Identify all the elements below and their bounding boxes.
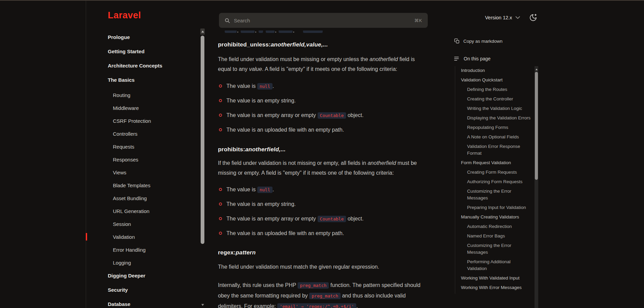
criteria-text: The value is null. <box>226 82 274 90</box>
toc-item-defining-the-routes[interactable]: Defining the Routes <box>455 86 531 93</box>
sidebar-item-architecture-concepts[interactable]: Architecture Concepts <box>108 61 193 70</box>
heading-italic-text: pattern <box>236 249 256 256</box>
toc-item-repopulating-forms[interactable]: Repopulating Forms <box>455 124 531 131</box>
sidebar-item-url-generation[interactable]: URL Generation <box>108 207 193 215</box>
toc-item-working-with-validated-input[interactable]: Working With Validated Input <box>455 275 525 282</box>
clipped-code-pill <box>266 31 275 33</box>
heading-italic-text: anotherfield,value,... <box>271 41 328 48</box>
sidebar-item-controllers[interactable]: Controllers <box>108 130 193 138</box>
toc-item-manually-creating-validators[interactable]: Manually Creating Validators <box>455 214 525 220</box>
sidebar-item-label: Routing <box>113 92 130 98</box>
clipped-code-row <box>218 31 427 33</box>
toc-item-customizing-the-error-messages[interactable]: Customizing the Error Messages <box>455 242 531 256</box>
sidebar-item-digging-deeper[interactable]: Digging Deeper <box>108 271 193 280</box>
sidebar-item-validation[interactable]: Validation <box>108 233 193 241</box>
copy-icon <box>454 38 460 44</box>
sidebar-item-csrf-protection[interactable]: CSRF Protection <box>108 117 193 125</box>
chevron-down-icon <box>516 16 520 19</box>
body-text: The field under validation must be missi… <box>218 56 369 62</box>
toc-item-validation-error-response-format[interactable]: Validation Error Response Format <box>455 143 531 157</box>
doc-paragraph: The field under validation must match th… <box>218 262 427 272</box>
theme-toggle-button[interactable] <box>528 13 538 23</box>
sidebar-item-label: Getting Started <box>108 49 144 54</box>
sidebar-scrollbar[interactable] <box>200 28 205 308</box>
table-of-contents: IntroductionValidation QuickstartDefinin… <box>455 66 534 294</box>
toc-item-validation-quickstart[interactable]: Validation Quickstart <box>455 77 525 83</box>
inline-code: preg_match <box>309 293 340 299</box>
body-text: If the field under validation is not mis… <box>218 160 368 166</box>
clipped-code-pill <box>303 31 323 33</box>
body-text: The value is an empty array or empty <box>226 216 318 222</box>
copy-as-markdown-button[interactable]: Copy as markdown <box>454 37 503 45</box>
toc-item-customizing-the-error-messages[interactable]: Customizing the Error Messages <box>455 188 531 201</box>
comma-dot <box>255 32 256 33</box>
sidebar-item-prologue[interactable]: Prologue <box>108 33 193 41</box>
toc-item-performing-additional-validation[interactable]: Performing Additional Validation <box>455 258 531 272</box>
toc-item-creating-the-controller[interactable]: Creating the Controller <box>455 96 531 102</box>
scroll-up-icon[interactable] <box>200 28 205 35</box>
sidebar-item-label: Responses <box>113 157 138 162</box>
toc-item-writing-the-validation-logic[interactable]: Writing the Validation Logic <box>455 105 531 112</box>
scroll-up-icon[interactable] <box>535 67 538 72</box>
criteria-item: The value is an uploaded file with an em… <box>218 126 427 134</box>
toc-item-displaying-the-validation-errors[interactable]: Displaying the Validation Errors <box>455 115 531 121</box>
sidebar-item-asset-bundling[interactable]: Asset Bundling <box>108 194 193 202</box>
criteria-item: The value is null. <box>218 82 427 91</box>
criteria-list: The value is null.The value is an empty … <box>218 186 427 244</box>
toc-item-authorizing-form-requests[interactable]: Authorizing Form Requests <box>455 178 531 185</box>
sidebar-item-label: Blade Templates <box>113 182 150 188</box>
criteria-item: The value is an uploaded file with an em… <box>218 230 427 238</box>
sidebar-item-blade-templates[interactable]: Blade Templates <box>108 181 193 189</box>
toc-item-a-note-on-optional-fields[interactable]: A Note on Optional Fields <box>455 134 531 140</box>
bullet-marker-icon <box>219 217 222 220</box>
sidebar-item-label: Asset Bundling <box>113 195 147 201</box>
criteria-item: The value is an empty array or empty Cou… <box>218 215 427 223</box>
sidebar-item-logging[interactable]: Logging <box>108 258 193 267</box>
sidebar-item-views[interactable]: Views <box>108 168 193 176</box>
body-text: The value is an empty string. <box>226 201 296 207</box>
toc-scrollbar-thumb[interactable] <box>535 72 538 180</box>
sidebar-item-the-basics[interactable]: The Basics <box>108 76 193 84</box>
body-text: . A field is "empty" if it meets one of … <box>262 66 397 72</box>
toc-item-form-request-validation[interactable]: Form Request Validation <box>455 159 525 166</box>
inline-code: Countable <box>318 216 346 222</box>
laravel-logo: Laravel <box>108 10 141 21</box>
sidebar-item-label: CSRF Protection <box>113 118 151 124</box>
sidebar-item-routing[interactable]: Routing <box>108 91 193 99</box>
sidebar-item-error-handling[interactable]: Error Handling <box>108 246 193 254</box>
sidebar-item-getting-started[interactable]: Getting Started <box>108 47 193 55</box>
heading-italic-text: anotherfield,... <box>245 146 285 153</box>
criteria-text: The value is an empty array or empty Cou… <box>226 112 364 119</box>
sidebar-item-label: Prologue <box>108 34 130 40</box>
version-label: Version 12.x <box>485 15 512 20</box>
sidebar-item-label: Security <box>108 287 128 293</box>
sidebar-scrollbar-thumb[interactable] <box>201 36 204 244</box>
sidebar-item-database[interactable]: Database <box>108 300 193 308</box>
scroll-down-icon[interactable] <box>200 302 205 308</box>
clipped-code-pill <box>259 31 263 33</box>
sidebar-item-session[interactable]: Session <box>108 220 193 228</box>
toc-item-creating-form-requests[interactable]: Creating Form Requests <box>455 169 531 176</box>
version-switcher[interactable]: Version 12.x <box>485 14 520 22</box>
sidebar-item-label: The Basics <box>108 77 135 83</box>
inline-code: preg_match <box>298 282 329 289</box>
inline-code: 'email' ⇒ 'regex:/^.+@.+$/i' <box>277 303 356 308</box>
sidebar-item-security[interactable]: Security <box>108 286 193 294</box>
toc-item-working-with-error-messages[interactable]: Working With Error Messages <box>455 284 525 291</box>
toc-item-named-error-bags[interactable]: Named Error Bags <box>455 233 531 239</box>
toc-list: IntroductionValidation QuickstartDefinin… <box>455 67 534 291</box>
sidebar-item-middleware[interactable]: Middleware <box>108 104 193 112</box>
sidebar-item-responses[interactable]: Responses <box>108 155 193 163</box>
sidebar-item-requests[interactable]: Requests <box>108 142 193 151</box>
toc-item-automatic-redirection[interactable]: Automatic Redirection <box>455 223 531 230</box>
criteria-text: The value is an empty string. <box>226 200 296 208</box>
sidebar-item-label: Validation <box>113 234 135 240</box>
bullet-marker-icon <box>219 188 222 191</box>
sidebar-item-label: Views <box>113 170 126 175</box>
toc-item-preparing-input-for-validation[interactable]: Preparing Input for Validation <box>455 204 531 211</box>
sidebar-item-label: Session <box>113 221 131 227</box>
toc-scrollbar[interactable] <box>535 66 538 308</box>
toc-item-introduction[interactable]: Introduction <box>455 67 525 74</box>
sidebar-item-label: Error Handling <box>113 247 146 253</box>
body-text: The field under validation must match th… <box>218 264 379 270</box>
